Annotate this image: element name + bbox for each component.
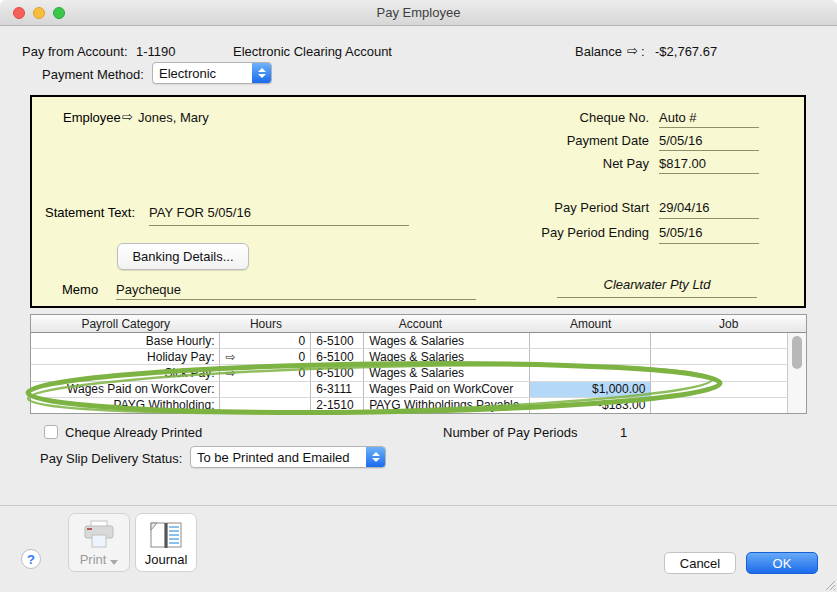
memo-field[interactable]: Paycheque — [116, 282, 181, 297]
cell-category: Sick Pay: — [31, 365, 220, 380]
statement-text-underline — [149, 225, 409, 226]
pay-period-ending-label: Pay Period Ending — [449, 225, 649, 240]
col-header-job: Job — [651, 315, 806, 332]
balance-label: Balance — [575, 44, 622, 59]
cell-amount-selected[interactable]: $1,000.00 — [530, 382, 652, 397]
payment-date-field[interactable]: 5/05/16 — [659, 133, 702, 148]
employee-zoom-arrow-icon[interactable]: ⇨ — [122, 109, 133, 124]
payroll-table-body: Base Hourly: 0 6-5100 Wages & Salaries H… — [31, 333, 787, 413]
window-title: Pay Employee — [0, 5, 837, 20]
statement-text-field[interactable]: PAY FOR 5/05/16 — [149, 205, 251, 220]
cell-category: Holiday Pay: — [31, 349, 220, 364]
cell-amount[interactable] — [530, 349, 652, 364]
print-dropdown-caret-icon — [110, 560, 118, 565]
print-button[interactable]: Print — [68, 513, 130, 572]
cell-account-no[interactable]: 6-5100 — [311, 365, 364, 380]
resize-grip[interactable] — [822, 577, 836, 591]
cell-account-no[interactable]: 6-3111 — [311, 382, 364, 397]
cell-account-no[interactable]: 2-1510 — [311, 398, 364, 413]
payment-date-underline — [659, 150, 759, 151]
pay-period-start-label: Pay Period Start — [449, 200, 649, 215]
pay-slip-delivery-dropdown[interactable]: To be Printed and Emailed — [190, 446, 386, 468]
ok-button[interactable]: OK — [746, 552, 818, 574]
pay-from-account-number: 1-1190 — [136, 44, 176, 59]
cell-job[interactable] — [651, 349, 787, 364]
payment-method-dropdown[interactable]: Electronic — [152, 62, 272, 84]
cheque-already-printed-checkbox[interactable] — [44, 425, 58, 439]
pay-period-start-field[interactable]: 29/04/16 — [659, 200, 710, 215]
balance-value: -$2,767.67 — [655, 44, 717, 59]
title-bar: Pay Employee — [0, 0, 837, 26]
pay-period-ending-underline — [659, 243, 759, 244]
cell-account-name: Wages & Salaries — [364, 333, 530, 348]
footer-divider — [0, 505, 837, 506]
col-header-amount: Amount — [530, 315, 652, 332]
employee-name: Jones, Mary — [138, 110, 209, 125]
statement-text-label: Statement Text: — [45, 205, 135, 220]
cell-hours[interactable]: ⇨0 — [220, 349, 311, 364]
cheque-no-label: Cheque No. — [449, 110, 649, 125]
pay-slip-delivery-status-label: Pay Slip Delivery Status: — [40, 451, 182, 466]
cell-category: Wages Paid on WorkCover: — [31, 382, 220, 397]
cheque-no-underline — [659, 127, 759, 128]
balance-zoom-arrow-icon[interactable]: ⇨ — [627, 43, 638, 58]
company-name: Clearwater Pty Ltd — [557, 277, 757, 292]
payroll-table-header: Payroll Category Hours Account Amount Jo… — [31, 315, 806, 333]
col-header-hours: Hours — [221, 315, 312, 332]
cell-amount[interactable] — [530, 333, 652, 348]
cell-hours[interactable] — [220, 398, 311, 413]
cell-hours[interactable] — [220, 382, 311, 397]
table-row-wages-workcover[interactable]: Wages Paid on WorkCover: 6-3111 Wages Pa… — [31, 382, 787, 398]
cell-job[interactable] — [651, 398, 787, 413]
cheque-no-field[interactable]: Auto # — [659, 110, 697, 125]
pay-period-ending-field[interactable]: 5/05/16 — [659, 225, 702, 240]
cell-hours[interactable]: 0 — [220, 333, 311, 348]
journal-book-icon — [136, 520, 196, 550]
cell-account-name: Wages & Salaries — [364, 349, 530, 364]
print-button-label: Print — [80, 552, 107, 567]
journal-button-label: Journal — [145, 552, 188, 567]
payment-method-value: Electronic — [153, 66, 252, 81]
cell-amount[interactable]: -$183.00 — [530, 398, 652, 413]
printer-icon — [69, 520, 129, 548]
table-scrollbar[interactable] — [787, 333, 806, 413]
net-pay-underline — [659, 173, 759, 174]
payroll-table: Payroll Category Hours Account Amount Jo… — [30, 314, 807, 414]
cell-account-no[interactable]: 6-5100 — [311, 349, 364, 364]
cell-category: Base Hourly: — [31, 333, 220, 348]
col-header-account: Account — [311, 315, 529, 332]
table-scrollbar-thumb[interactable] — [792, 336, 802, 369]
cell-job[interactable] — [651, 382, 787, 397]
banking-details-button[interactable]: Banking Details... — [117, 243, 249, 270]
journal-button[interactable]: Journal — [135, 513, 197, 572]
memo-underline — [116, 299, 476, 300]
cancel-button[interactable]: Cancel — [664, 552, 736, 574]
help-button[interactable]: ? — [21, 549, 41, 569]
dropdown-stepper-icon — [252, 63, 271, 83]
table-row-base-hourly[interactable]: Base Hourly: 0 6-5100 Wages & Salaries — [31, 333, 787, 349]
pay-slip-delivery-value: To be Printed and Emailed — [191, 450, 366, 465]
net-pay-field[interactable]: $817.00 — [659, 156, 706, 171]
dropdown-stepper-icon — [366, 447, 385, 467]
cell-account-name: Wages Paid on WorkCover — [364, 382, 530, 397]
pay-period-start-underline — [659, 218, 759, 219]
row-zoom-arrow-icon[interactable]: ⇨ — [225, 366, 235, 380]
row-zoom-arrow-icon[interactable]: ⇨ — [225, 350, 235, 364]
cell-job[interactable] — [651, 365, 787, 380]
company-underline — [557, 297, 757, 298]
table-row-payg-withholding[interactable]: PAYG Withholding: 2-1510 PAYG Withholdin… — [31, 398, 787, 413]
table-row-holiday-pay[interactable]: Holiday Pay: ⇨0 6-5100 Wages & Salaries — [31, 349, 787, 365]
pay-employee-window: Pay Employee Pay from Account: 1-1190 El… — [0, 0, 837, 592]
pay-from-account-label: Pay from Account: — [22, 44, 128, 59]
col-header-payroll-category: Payroll Category — [31, 315, 221, 332]
table-row-sick-pay[interactable]: Sick Pay: ⇨0 6-5100 Wages & Salaries — [31, 365, 787, 381]
cell-hours[interactable]: ⇨0 — [220, 365, 311, 380]
cell-job[interactable] — [651, 333, 787, 348]
number-of-pay-periods-value: 1 — [620, 425, 627, 440]
cell-account-name: Wages & Salaries — [364, 365, 530, 380]
employee-label: Employee — [63, 110, 121, 125]
memo-label: Memo — [62, 282, 98, 297]
cell-account-no[interactable]: 6-5100 — [311, 333, 364, 348]
number-of-pay-periods-label: Number of Pay Periods — [443, 425, 577, 440]
cell-amount[interactable] — [530, 365, 652, 380]
